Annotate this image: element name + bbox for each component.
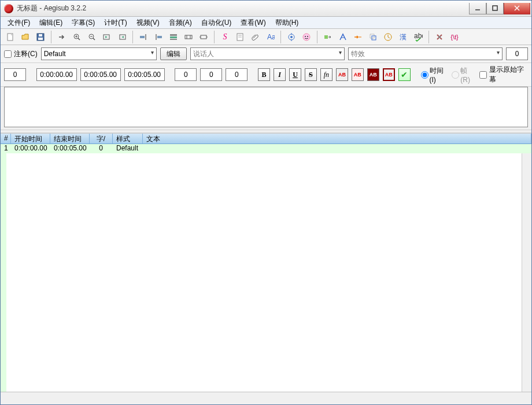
col-end[interactable]: 结束时间 [50, 134, 90, 143]
end-time-input[interactable] [80, 68, 121, 81]
svg-point-48 [438, 36, 441, 38]
translation-assistant-icon[interactable] [352, 31, 364, 43]
layer-input[interactable] [4, 68, 26, 81]
grid-gutter [1, 153, 6, 392]
menu-audio[interactable]: 音频(A) [164, 17, 197, 29]
cycle-tags-icon[interactable]: {\t} [448, 31, 461, 43]
kanji-timer-icon[interactable]: 漢 [397, 31, 409, 43]
open-file-icon[interactable] [19, 31, 32, 43]
app-icon [4, 4, 13, 13]
spellcheck-icon[interactable]: abc [412, 31, 424, 43]
snap-start-icon[interactable] [137, 31, 150, 43]
styles-manager-icon[interactable]: S [219, 31, 231, 43]
new-file-icon[interactable] [4, 31, 17, 43]
jump-video-start-icon[interactable] [101, 31, 113, 43]
secondary-color-button[interactable]: AB [352, 68, 364, 81]
frame-radio[interactable]: 帧(R) [452, 66, 475, 84]
shift-times-icon[interactable] [322, 31, 334, 43]
svg-point-37 [305, 36, 306, 37]
time-row: B I U S fn AB AB AB AB ✔ 时间(I) 帧(R) 显示原始… [1, 63, 531, 87]
svg-text:abc: abc [414, 32, 423, 40]
grid-body[interactable] [1, 153, 531, 392]
snap-end-icon[interactable] [152, 31, 165, 43]
col-number[interactable]: # [1, 134, 11, 143]
svg-rect-1 [493, 6, 497, 10]
outline-color-button[interactable]: AB [367, 68, 379, 81]
show-original-checkbox[interactable]: 显示原始字幕 [479, 65, 528, 84]
status-bar [1, 392, 531, 404]
grid-scrollbar[interactable] [522, 153, 531, 392]
svg-rect-27 [201, 35, 206, 39]
actor-input[interactable] [190, 47, 345, 60]
strike-button[interactable]: S [305, 68, 317, 81]
primary-color-button[interactable]: AB [336, 68, 348, 81]
duration-input[interactable] [124, 68, 165, 81]
svg-point-33 [290, 36, 293, 38]
styling-assistant-icon[interactable] [337, 31, 349, 43]
zoom-out-icon[interactable] [86, 31, 98, 43]
time-radio[interactable]: 时间(I) [421, 66, 449, 84]
margin-v-input[interactable] [226, 68, 247, 81]
properties-icon[interactable] [234, 31, 246, 43]
attachments-icon[interactable] [249, 31, 261, 43]
svg-rect-23 [170, 39, 177, 40]
svg-line-9 [78, 38, 80, 40]
svg-point-36 [303, 34, 310, 41]
svg-line-45 [388, 37, 390, 38]
menu-file[interactable]: 文件(F) [3, 17, 35, 29]
shift-scene-icon[interactable] [197, 31, 210, 43]
margin-extra-input[interactable] [506, 47, 528, 60]
col-text[interactable]: 文本 [143, 134, 531, 143]
timing-postprocessor-icon[interactable] [382, 31, 394, 43]
save-file-icon[interactable] [34, 31, 47, 43]
assdraw-icon[interactable] [300, 31, 313, 43]
menu-help[interactable]: 帮助(H) [271, 17, 304, 29]
select-visible-icon[interactable] [167, 31, 180, 43]
menubar: 文件(F) 编辑(E) 字幕(S) 计时(T) 视频(V) 音频(A) 自动化(… [1, 17, 531, 29]
start-time-input[interactable] [36, 68, 77, 81]
snap-scene-icon[interactable] [182, 31, 195, 43]
underline-button[interactable]: U [289, 68, 301, 81]
edit-style-button[interactable]: 编辑 [160, 47, 187, 60]
col-style[interactable]: 样式 [113, 134, 143, 143]
jump-icon[interactable] [56, 31, 68, 43]
zoom-in-icon[interactable] [71, 31, 83, 43]
menu-edit[interactable]: 编辑(E) [35, 17, 67, 29]
col-cps[interactable]: 字/秒 [90, 134, 113, 143]
svg-rect-24 [185, 35, 192, 39]
window-title: 无标题 - Aegisub 3.2.2 [17, 3, 469, 13]
col-start[interactable]: 开始时间 [11, 134, 50, 143]
options-icon[interactable] [433, 31, 446, 43]
grid-row[interactable]: 1 0:00:00.00 0:00:05.00 0 Default [1, 144, 531, 153]
automation-icon[interactable] [285, 31, 298, 43]
subtitle-text-input[interactable] [4, 87, 528, 127]
margin-l-input[interactable] [175, 68, 197, 81]
svg-rect-39 [324, 35, 328, 39]
comment-checkbox[interactable]: 注释(C) [4, 49, 38, 59]
fonts-collector-icon[interactable]: Aa [264, 31, 276, 43]
menu-view[interactable]: 查看(W) [236, 17, 270, 29]
subtitle-grid: # 开始时间 结束时间 字/秒 样式 文本 1 0:00:00.00 0:00:… [1, 133, 531, 392]
main-toolbar: S Aa 漢 abc {\t} [1, 29, 531, 45]
margin-r-input[interactable] [200, 68, 222, 81]
menu-timing[interactable]: 计时(T) [99, 17, 131, 29]
menu-automation[interactable]: 自动化(U) [197, 17, 237, 29]
maximize-button[interactable] [486, 3, 504, 14]
resample-icon[interactable] [367, 31, 379, 43]
grid-header: # 开始时间 结束时间 字/秒 样式 文本 [1, 134, 531, 144]
shadow-color-button[interactable]: AB [383, 68, 395, 81]
italic-button[interactable]: I [274, 68, 286, 81]
close-button[interactable] [504, 3, 530, 14]
titlebar: 无标题 - Aegisub 3.2.2 [1, 1, 531, 17]
menu-video[interactable]: 视频(V) [132, 17, 164, 29]
svg-rect-21 [170, 34, 177, 36]
commit-button[interactable]: ✔ [398, 68, 411, 81]
effect-input[interactable] [348, 47, 503, 60]
minimize-button[interactable] [469, 3, 486, 14]
jump-video-end-icon[interactable] [116, 31, 128, 43]
svg-point-38 [307, 36, 308, 37]
style-select[interactable] [41, 47, 157, 60]
menu-subtitles[interactable]: 字幕(S) [67, 17, 99, 29]
bold-button[interactable]: B [258, 68, 270, 81]
font-button[interactable]: fn [320, 68, 332, 81]
